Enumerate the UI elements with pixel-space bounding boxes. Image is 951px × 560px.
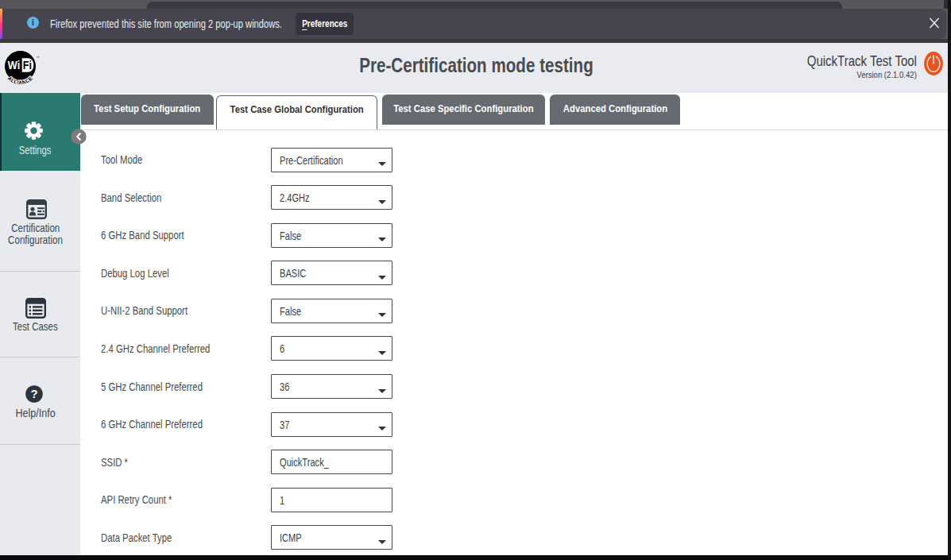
svg-text:Fi: Fi (23, 58, 32, 71)
svg-text:Wi: Wi (8, 58, 20, 71)
svg-text:?: ? (31, 387, 38, 400)
svg-text:™: ™ (36, 56, 39, 60)
